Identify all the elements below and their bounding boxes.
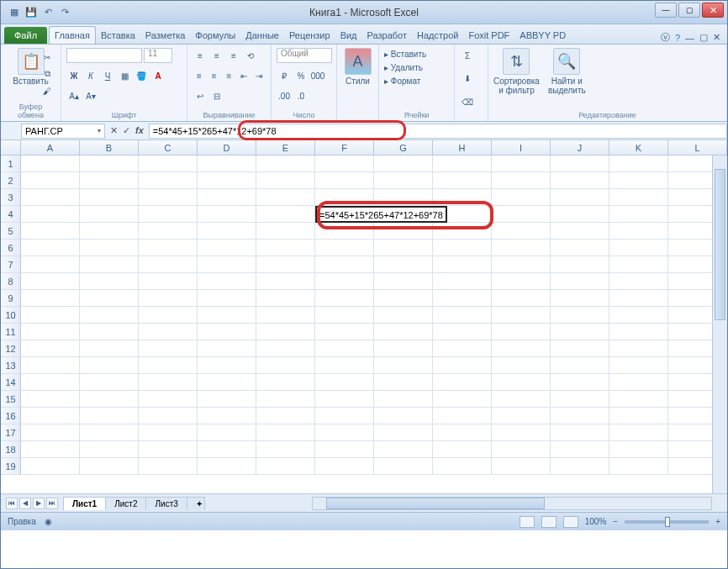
cell[interactable] bbox=[21, 324, 80, 340]
decimal-inc-icon[interactable]: .00 bbox=[277, 89, 292, 104]
cell[interactable] bbox=[80, 273, 139, 290]
col-header[interactable]: B bbox=[80, 140, 139, 155]
cell[interactable] bbox=[551, 374, 609, 391]
tab-data[interactable]: Данные bbox=[240, 27, 284, 44]
cell[interactable] bbox=[198, 441, 256, 458]
cell[interactable] bbox=[551, 424, 609, 441]
cell[interactable] bbox=[315, 391, 374, 408]
normal-view-button[interactable] bbox=[520, 516, 535, 528]
zoom-out-button[interactable]: − bbox=[613, 517, 618, 526]
cell[interactable] bbox=[256, 424, 315, 441]
cell[interactable] bbox=[256, 189, 315, 206]
cell[interactable] bbox=[433, 307, 492, 324]
scrollbar-thumb[interactable] bbox=[715, 169, 725, 320]
cell[interactable] bbox=[256, 374, 315, 391]
tab-developer[interactable]: Разработ bbox=[362, 27, 412, 44]
cell[interactable] bbox=[256, 273, 315, 290]
cell[interactable] bbox=[80, 290, 139, 307]
cell[interactable] bbox=[433, 441, 492, 458]
row-header[interactable]: 18 bbox=[1, 441, 21, 458]
zoom-in-button[interactable]: + bbox=[715, 517, 720, 526]
cell[interactable] bbox=[21, 458, 80, 475]
sheet-tab[interactable]: Лист2 bbox=[105, 497, 146, 510]
cell[interactable] bbox=[551, 206, 609, 223]
cell[interactable] bbox=[609, 290, 668, 307]
align-bottom-icon[interactable]: ≡ bbox=[226, 48, 241, 63]
border-button[interactable]: ▦ bbox=[117, 68, 132, 83]
delete-cells-button[interactable]: ▸ Удалить bbox=[384, 61, 449, 75]
cell[interactable] bbox=[315, 374, 374, 391]
cell[interactable] bbox=[374, 441, 433, 458]
cancel-formula-icon[interactable]: ✕ bbox=[110, 125, 118, 136]
cell[interactable] bbox=[315, 256, 374, 273]
cell[interactable] bbox=[433, 155, 492, 172]
comma-icon[interactable]: 000 bbox=[310, 68, 325, 83]
styles-button[interactable]: A Стили bbox=[342, 48, 373, 86]
cell[interactable] bbox=[139, 155, 198, 172]
cell[interactable] bbox=[256, 391, 315, 408]
cell[interactable] bbox=[609, 324, 668, 340]
dropdown-icon[interactable]: ▾ bbox=[98, 127, 101, 134]
cell[interactable] bbox=[198, 206, 256, 223]
cell[interactable] bbox=[139, 441, 198, 458]
cell[interactable] bbox=[492, 307, 551, 324]
wbtn-restore[interactable]: ▢ bbox=[699, 32, 708, 43]
redo-icon[interactable]: ↷ bbox=[58, 6, 71, 19]
cell[interactable] bbox=[551, 290, 609, 307]
cell[interactable] bbox=[256, 324, 315, 340]
cell[interactable] bbox=[198, 374, 256, 391]
cell[interactable] bbox=[139, 458, 198, 475]
cell[interactable] bbox=[433, 273, 492, 290]
cell[interactable] bbox=[21, 223, 80, 240]
cell[interactable] bbox=[374, 172, 433, 189]
cell[interactable] bbox=[21, 290, 80, 307]
cell[interactable] bbox=[492, 189, 551, 206]
select-all-corner[interactable] bbox=[1, 140, 21, 155]
cell[interactable] bbox=[433, 324, 492, 340]
cell[interactable] bbox=[139, 340, 198, 357]
cell[interactable] bbox=[139, 172, 198, 189]
cell[interactable] bbox=[80, 189, 139, 206]
cell[interactable] bbox=[609, 223, 668, 240]
cell[interactable] bbox=[315, 290, 374, 307]
cell[interactable] bbox=[256, 458, 315, 475]
tab-insert[interactable]: Вставка bbox=[96, 27, 140, 44]
cell[interactable] bbox=[609, 206, 668, 223]
wbtn-min[interactable]: — bbox=[685, 33, 694, 43]
name-box[interactable]: РАНГ.СР ▾ bbox=[21, 124, 105, 139]
cell[interactable] bbox=[315, 340, 374, 357]
cell[interactable] bbox=[139, 424, 198, 441]
row-header[interactable]: 14 bbox=[1, 374, 21, 391]
spreadsheet-grid[interactable]: A B C D E F G H I J K L 1234=54*45+15*26… bbox=[1, 140, 727, 493]
cell[interactable] bbox=[551, 223, 609, 240]
cell[interactable] bbox=[433, 240, 492, 256]
cell[interactable] bbox=[198, 273, 256, 290]
col-header[interactable]: I bbox=[492, 140, 551, 155]
row-header[interactable]: 8 bbox=[1, 273, 21, 290]
cell[interactable] bbox=[80, 357, 139, 374]
tab-review[interactable]: Рецензир bbox=[284, 27, 335, 44]
cell[interactable] bbox=[80, 240, 139, 256]
cell[interactable] bbox=[139, 240, 198, 256]
col-header[interactable]: C bbox=[139, 140, 198, 155]
cell[interactable] bbox=[315, 441, 374, 458]
cell[interactable] bbox=[609, 391, 668, 408]
insert-cells-button[interactable]: ▸ Вставить bbox=[384, 48, 449, 61]
cell[interactable] bbox=[492, 441, 551, 458]
cell[interactable] bbox=[80, 256, 139, 273]
sheet-nav-next-icon[interactable]: ▶ bbox=[33, 498, 45, 509]
cell[interactable] bbox=[139, 256, 198, 273]
currency-icon[interactable]: ₽ bbox=[277, 68, 292, 83]
cell[interactable] bbox=[433, 458, 492, 475]
cell[interactable] bbox=[551, 391, 609, 408]
cell[interactable] bbox=[492, 340, 551, 357]
cell[interactable] bbox=[551, 273, 609, 290]
file-tab[interactable]: Файл bbox=[4, 27, 47, 44]
cell[interactable] bbox=[21, 240, 80, 256]
cell[interactable] bbox=[374, 273, 433, 290]
cell[interactable] bbox=[551, 357, 609, 374]
cell[interactable] bbox=[21, 357, 80, 374]
cell[interactable] bbox=[492, 391, 551, 408]
cell[interactable] bbox=[315, 273, 374, 290]
row-header[interactable]: 4 bbox=[1, 206, 21, 223]
